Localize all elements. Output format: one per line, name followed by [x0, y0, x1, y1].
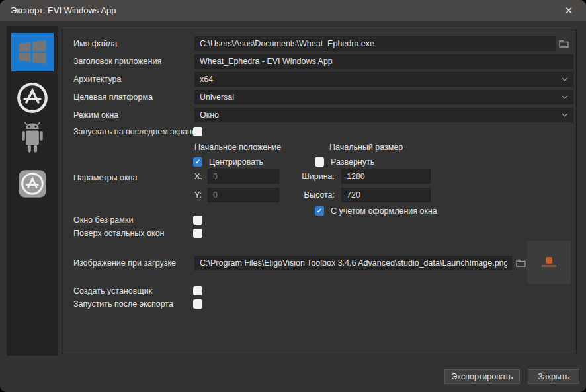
window-params-label: Параметры окна — [73, 171, 137, 185]
launch-image-browse-button[interactable] — [515, 258, 526, 268]
close-icon[interactable]: ✕ — [557, 0, 581, 21]
dialog-title: Экспорт: EVI Windows App — [11, 0, 116, 21]
sidebar-item-android[interactable] — [7, 120, 58, 159]
x-label: X: — [194, 169, 202, 184]
maximize-checkbox[interactable] — [315, 157, 324, 167]
ios-app-store-icon — [16, 167, 49, 200]
center-label: Центрировать — [209, 155, 263, 169]
chevron-down-icon — [562, 95, 568, 99]
file-browse-button[interactable] — [558, 38, 569, 49]
always-on-top-checkbox[interactable] — [193, 229, 202, 238]
sidebar-item-macos[interactable] — [7, 81, 58, 115]
always-on-top-label: Поверх остальных окон — [73, 226, 165, 241]
sidebar-item-windows[interactable] — [11, 33, 54, 71]
file-name-label: Имя файла — [73, 36, 117, 51]
window-mode-select[interactable]: Окно — [194, 108, 573, 122]
architecture-select[interactable]: x64 — [194, 72, 573, 87]
y-label: Y: — [194, 188, 202, 202]
title-bar: Экспорт: EVI Windows App ✕ — [0, 0, 586, 21]
window-mode-label: Режим окна — [73, 108, 118, 122]
launch-image-label: Изображение при загрузке — [73, 256, 176, 270]
initial-position-header: Начальное положение — [194, 140, 281, 155]
target-platform-label: Целевая платформа — [73, 90, 153, 104]
launch-last-screen-label: Запускать на последнем экране — [73, 124, 196, 139]
borderless-label: Окно без рамки — [73, 213, 133, 227]
chevron-down-icon — [562, 113, 568, 117]
center-checkbox[interactable] — [193, 157, 202, 167]
app-title-input[interactable] — [194, 54, 573, 69]
initial-size-header: Начальный размер — [329, 140, 403, 155]
launch-image-preview — [527, 241, 571, 284]
window-mode-value: Окно — [200, 110, 219, 120]
close-button[interactable]: Закрыть — [528, 369, 579, 384]
folder-icon — [559, 40, 569, 48]
target-platform-select[interactable]: Universal — [194, 90, 573, 104]
run-after-export-label: Запустить после экспорта — [73, 297, 173, 311]
width-label: Ширина: — [295, 169, 335, 184]
window-decorations-checkbox[interactable] — [315, 206, 324, 216]
thumbnail-logo-mark — [546, 257, 552, 264]
architecture-value: x64 — [200, 75, 213, 84]
platform-sidebar — [7, 26, 58, 356]
launch-last-screen-checkbox[interactable] — [193, 127, 202, 136]
borderless-checkbox[interactable] — [193, 216, 202, 225]
x-input[interactable] — [208, 169, 279, 184]
target-platform-value: Universal — [200, 93, 234, 102]
run-after-export-checkbox[interactable] — [193, 299, 202, 309]
app-title-label: Заголовок приложения — [73, 54, 161, 69]
maximize-label: Развернуть — [331, 155, 374, 169]
create-installer-label: Создать установщик — [73, 284, 152, 298]
launch-image-input[interactable] — [194, 256, 512, 270]
architecture-label: Архитектура — [73, 72, 121, 87]
mac-app-store-icon — [16, 81, 49, 114]
settings-panel: Имя файла Заголовок приложения Архитекту… — [62, 30, 577, 354]
create-installer-checkbox[interactable] — [193, 286, 202, 295]
width-input[interactable] — [341, 169, 431, 184]
file-name-input[interactable] — [194, 36, 556, 51]
folder-icon — [516, 259, 526, 267]
export-dialog: Экспорт: EVI Windows App ✕ — [0, 0, 586, 392]
thumbnail-logo-text-mark — [542, 265, 556, 267]
window-decorations-label: С учетом оформления окна — [331, 204, 437, 218]
height-input[interactable] — [341, 188, 431, 202]
android-icon — [16, 122, 49, 157]
export-button[interactable]: Экспортировать — [444, 369, 520, 384]
sidebar-item-ios[interactable] — [7, 167, 58, 201]
y-input[interactable] — [208, 188, 279, 202]
height-label: Высота: — [295, 188, 335, 202]
chevron-down-icon — [562, 77, 568, 81]
windows-icon — [11, 33, 54, 71]
